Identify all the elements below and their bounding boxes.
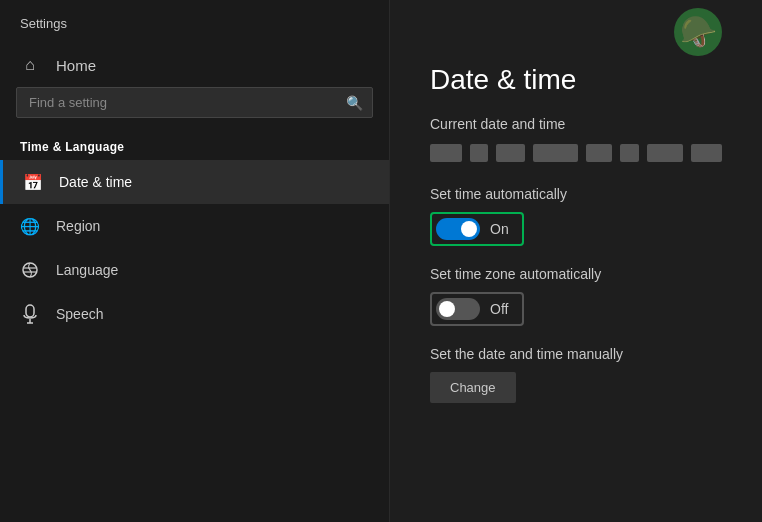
dt-block-5 [586, 144, 611, 162]
search-container: 🔍 [16, 87, 373, 118]
dt-block-3 [496, 144, 525, 162]
main-content: 🪖 Date & time Current date and time Set … [390, 0, 762, 522]
region-icon: 🌐 [20, 216, 40, 236]
settings-title: Settings [0, 0, 389, 43]
set-time-auto-row: Set time automatically On [430, 186, 722, 246]
dt-block-7 [647, 144, 683, 162]
search-icon: 🔍 [346, 95, 363, 111]
dt-block-2 [470, 144, 488, 162]
set-timezone-auto-state: Off [490, 301, 514, 317]
set-timezone-auto-label: Set time zone automatically [430, 266, 722, 282]
sidebar-item-date-time[interactable]: 📅 Date & time [0, 160, 389, 204]
sidebar-item-label-speech: Speech [56, 306, 103, 322]
sidebar-item-label-language: Language [56, 262, 118, 278]
dt-block-1 [430, 144, 462, 162]
dt-block-4 [533, 144, 578, 162]
set-timezone-auto-knob [439, 301, 455, 317]
current-date-label: Current date and time [430, 116, 722, 132]
language-icon [20, 260, 40, 280]
dt-block-6 [620, 144, 640, 162]
set-time-auto-toggle[interactable] [436, 218, 480, 240]
sidebar-item-label-date-time: Date & time [59, 174, 132, 190]
avatar: 🪖 [674, 8, 722, 56]
dt-block-8 [691, 144, 722, 162]
sidebar: Settings ⌂ Home 🔍 Time & Language 📅 Date… [0, 0, 390, 522]
date-time-icon: 📅 [23, 172, 43, 192]
sidebar-item-speech[interactable]: Speech [0, 292, 389, 336]
datetime-display [430, 144, 722, 162]
sidebar-item-region[interactable]: 🌐 Region [0, 204, 389, 248]
svg-rect-3 [26, 305, 34, 317]
sidebar-item-language[interactable]: Language [0, 248, 389, 292]
sidebar-item-label-region: Region [56, 218, 100, 234]
speech-icon [20, 304, 40, 324]
page-title: Date & time [430, 64, 722, 96]
manual-label: Set the date and time manually [430, 346, 722, 362]
search-input[interactable] [16, 87, 373, 118]
home-label: Home [56, 57, 96, 74]
sidebar-item-home[interactable]: ⌂ Home [0, 43, 389, 87]
set-time-auto-label: Set time automatically [430, 186, 722, 202]
avatar-area: 🪖 [430, 0, 722, 64]
home-icon: ⌂ [20, 55, 40, 75]
set-timezone-auto-toggle-wrapper[interactable]: Off [430, 292, 524, 326]
set-timezone-auto-row: Set time zone automatically Off [430, 266, 722, 326]
set-time-auto-toggle-wrapper[interactable]: On [430, 212, 524, 246]
set-timezone-auto-toggle[interactable] [436, 298, 480, 320]
avatar-image: 🪖 [680, 17, 717, 47]
set-time-auto-knob [461, 221, 477, 237]
set-time-auto-state: On [490, 221, 514, 237]
change-button[interactable]: Change [430, 372, 516, 403]
manual-section: Set the date and time manually Change [430, 346, 722, 403]
section-label: Time & Language [0, 130, 389, 160]
